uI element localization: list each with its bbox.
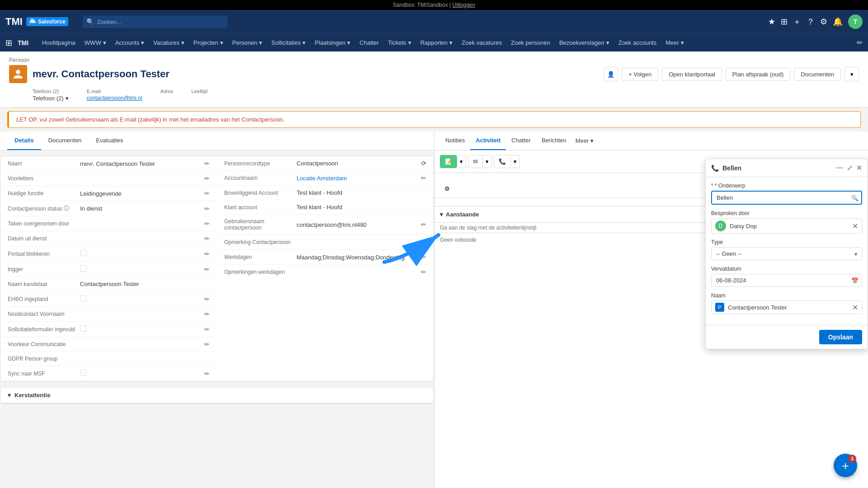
werkdagen-edit-icon[interactable]: ✏	[421, 253, 426, 261]
klant-account-label: Klant account	[224, 204, 297, 211]
more-actions-button[interactable]: ▾	[844, 67, 859, 81]
gear-button[interactable]: ⚙	[820, 17, 827, 27]
vervaldatum-input[interactable]	[711, 274, 862, 287]
voorkeur-communicatie-edit-icon[interactable]: ✏	[204, 341, 210, 348]
naam-remove-button[interactable]: ✕	[852, 303, 858, 312]
tab-documenten[interactable]: Documenten	[41, 131, 89, 150]
nav-sollicitaties[interactable]: Sollicitaties ▾	[267, 34, 310, 52]
nav-projecten[interactable]: Projecten ▾	[189, 34, 228, 52]
question-button[interactable]: ？	[807, 16, 815, 27]
email-button[interactable]: ✉	[468, 155, 483, 168]
nav-accounts[interactable]: Accounts ▾	[111, 34, 149, 52]
datum-edit-icon[interactable]: ✏	[204, 235, 210, 242]
documenten-button[interactable]: Documenten	[794, 68, 841, 81]
gebruikersnaam-edit-icon[interactable]: ✏	[421, 221, 426, 228]
sollicitatieformulier-checkbox[interactable]	[80, 325, 86, 332]
nav-plaatsingen[interactable]: Plaatsingen ▾	[310, 34, 355, 52]
tab-meer[interactable]: Meer ▾	[572, 131, 598, 150]
field-contactpersoon-status: Contactpersoon status ⓘ In dienst ✏	[0, 201, 217, 216]
voorletters-edit-icon[interactable]: ✏	[204, 175, 210, 182]
tab-notities[interactable]: Notities	[440, 131, 470, 150]
onderwerp-input[interactable]	[711, 191, 862, 205]
nav-zoek-accounts[interactable]: Zoek accounts	[614, 34, 661, 52]
person-action-icon[interactable]: 👤	[604, 67, 618, 81]
field-voorletters: Voorletters ✏	[0, 171, 217, 186]
trigger-edit-icon[interactable]: ✏	[204, 266, 210, 273]
sync-msf-checkbox[interactable]	[80, 370, 86, 376]
tab-details[interactable]: Details	[7, 131, 41, 150]
contactpersoon-status-value: In dienst	[80, 205, 201, 212]
phone-activity-button[interactable]: 📞	[494, 155, 511, 168]
kerstattentie-header[interactable]: ▾ Kerstattentie	[0, 387, 434, 404]
logout-link[interactable]: Uitloggen	[452, 2, 475, 8]
field-sollicitatieformulier: Sollicitatieformulier ingevuld ✏	[0, 322, 217, 337]
tab-activiteit[interactable]: Activiteit	[470, 131, 506, 150]
nav-personen[interactable]: Personen ▾	[228, 34, 267, 52]
email-dropdown-button[interactable]: ▾	[483, 155, 492, 168]
sollicitatieformulier-value	[80, 325, 201, 333]
trigger-checkbox[interactable]	[80, 265, 86, 272]
follow-button[interactable]: + Volgen	[622, 68, 658, 81]
nav-tickets[interactable]: Tickets ▾	[383, 34, 416, 52]
nav-rapporten[interactable]: Rapporten ▾	[416, 34, 458, 52]
note-dropdown-button[interactable]: ▾	[457, 155, 466, 168]
page-header: Persoon mevr. Contactpersoon Tester 👤 + …	[0, 52, 868, 108]
ehbo-checkbox[interactable]	[80, 295, 86, 301]
app-grid-icon[interactable]: ⊞	[5, 38, 12, 48]
bell-button[interactable]: 🔔	[833, 17, 843, 27]
grid-button[interactable]: ⊞	[781, 17, 788, 27]
sync-msf-edit-icon[interactable]: ✏	[204, 370, 210, 377]
nav-www[interactable]: WWW ▾	[80, 34, 111, 52]
age-label: Leeftijd	[191, 89, 207, 94]
huidige-functie-edit-icon[interactable]: ✏	[204, 190, 210, 197]
opmerking-contactpersoon-edit-icon[interactable]: ✏	[421, 239, 426, 246]
fab-button[interactable]: ＋ 3	[834, 454, 857, 477]
taken-edit-icon[interactable]: ✏	[204, 220, 210, 227]
assignee-remove-button[interactable]: ✕	[852, 222, 858, 230]
close-icon[interactable]: ✕	[856, 164, 862, 172]
email-value[interactable]: contactpersoon@tmi.nl	[87, 95, 142, 101]
noodcontact-edit-icon[interactable]: ✏	[204, 310, 210, 318]
phone-dropdown-button[interactable]: ▾	[511, 155, 520, 168]
nav-zoek-personen[interactable]: Zoek personen	[506, 34, 555, 52]
filters-settings-icon[interactable]: ⚙	[440, 181, 454, 196]
tab-evaluaties[interactable]: Evaluaties	[89, 131, 130, 150]
note-button[interactable]: 📝	[440, 155, 457, 168]
opslaan-button[interactable]: Opslaan	[819, 330, 862, 344]
contactpersoon-status-edit-icon[interactable]: ✏	[204, 205, 210, 212]
ehbo-edit-icon[interactable]: ✏	[204, 296, 210, 303]
minimize-icon[interactable]: —	[836, 164, 843, 172]
info-icon[interactable]: ⓘ	[64, 205, 69, 212]
accountnaam-link[interactable]: Locatie Amsterdam	[297, 175, 347, 182]
star-button[interactable]: ★	[768, 17, 775, 27]
edit-nav-icon[interactable]: ✏	[857, 38, 863, 47]
expand-icon[interactable]: ⤢	[847, 164, 853, 172]
afspraak-button[interactable]: Plan afspraak (oud)	[726, 68, 790, 81]
type-select[interactable]: -- Geen --	[711, 247, 862, 260]
nav-bezoekverslagen[interactable]: Bezoekverslagen ▾	[555, 34, 614, 52]
nav-meer[interactable]: Meer ▾	[661, 39, 689, 46]
nav-zoek-vacatures[interactable]: Zoek vacatures	[457, 34, 506, 52]
plus-button[interactable]: ＋	[793, 16, 801, 27]
refresh-icon[interactable]: ⟳	[421, 160, 426, 167]
naam-edit-icon[interactable]: ✏	[204, 160, 210, 167]
detail-grid: Naam mevr. Contactpersoon Tester ✏ Voorl…	[0, 156, 434, 381]
user-avatar[interactable]: T	[848, 14, 863, 29]
gdpr-label: GDPR Person group	[8, 356, 80, 362]
tab-berichten[interactable]: Berichten	[536, 131, 572, 150]
opmerkingen-werkdagen-edit-icon[interactable]: ✏	[421, 268, 426, 276]
nav-hoofdpagina[interactable]: Hoofdpagina	[38, 34, 80, 52]
portaal-edit-icon[interactable]: ✏	[204, 250, 210, 258]
klantportaal-button[interactable]: Open klantportaal	[662, 68, 722, 81]
accountnaam-edit-icon[interactable]: ✏	[421, 174, 426, 182]
sollicitatieformulier-edit-icon[interactable]: ✏	[204, 326, 210, 333]
nav-chatter[interactable]: Chatter	[355, 34, 383, 52]
tab-chatter[interactable]: Chatter	[506, 131, 536, 150]
portaal-checkbox[interactable]	[80, 250, 86, 256]
phone-dropdown[interactable]: Telefoon (2) ▾	[33, 95, 69, 102]
nav-vacatures[interactable]: Vacatures ▾	[149, 34, 189, 52]
calendar-icon[interactable]: 📅	[851, 277, 859, 284]
sf-logo-label: Salesforce	[38, 19, 66, 25]
search-input[interactable]	[83, 16, 227, 28]
app-logo-text: TMI	[5, 16, 23, 28]
